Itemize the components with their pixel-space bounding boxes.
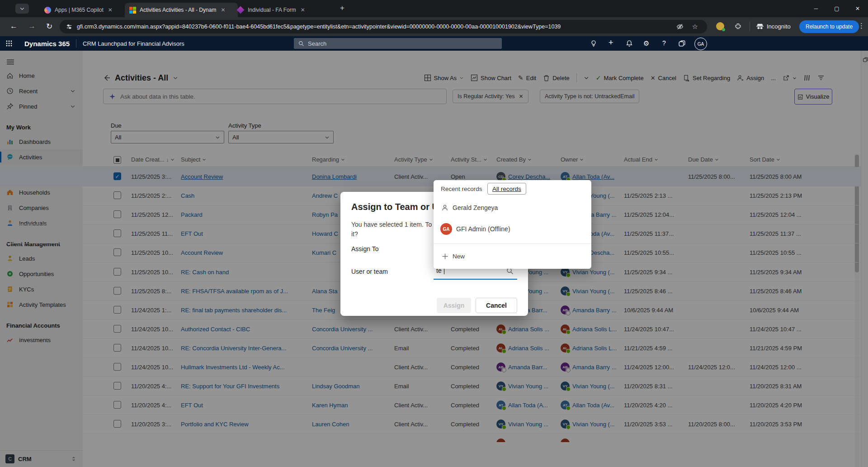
lookup-flyout: Recent records All records Gerald Zengey… [434,180,591,269]
lookup-new-button[interactable]: New [434,244,591,268]
new-label: New [453,253,465,260]
lookup-item-gfi-admin[interactable]: GA GFI Admin (Offline) [434,218,591,240]
lookup-item-name: GFI Admin (Offline) [456,225,510,233]
lookup-item-name: Gerald Zengeya [453,204,498,211]
user-or-team-label: User or team [351,268,388,275]
recent-records-header: Recent records [441,186,482,192]
screen: Apps | M365 Copilot ✕ Activities Activit… [0,0,868,467]
plus-icon [442,253,448,260]
cancel-button[interactable]: Cancel [476,298,517,313]
person-outline-icon [441,204,448,211]
assign-to-label: Assign To [351,245,378,253]
avatar: GA [440,223,452,235]
all-records-link[interactable]: All records [487,183,526,195]
assign-confirm-button[interactable]: Assign [437,298,471,313]
lookup-item-gerald[interactable]: Gerald Zengeya [434,199,591,216]
